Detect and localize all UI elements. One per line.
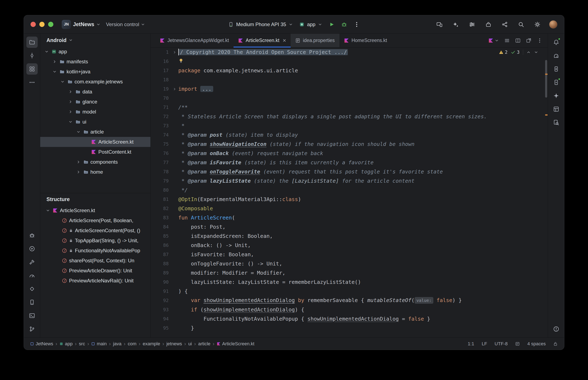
- code-line[interactable]: 81@OptIn(ExperimentalMaterial3Api::class…: [151, 195, 548, 204]
- code-line[interactable]: 84 post: Post,: [151, 222, 548, 231]
- code-line[interactable]: 85 isExpandedScreen: Boolean,: [151, 231, 548, 241]
- tab-jetnewsglanceappwidget-kt[interactable]: JetnewsGlanceAppWidget.kt: [155, 34, 234, 47]
- scrollbar-thumb[interactable]: [545, 60, 547, 98]
- structure-item-functionalitynotavailablepop[interactable]: fFunctionalityNotAvailablePop: [40, 246, 150, 256]
- ai-assistant-button[interactable]: [451, 20, 460, 29]
- code-line[interactable]: 73 *: [151, 121, 548, 130]
- notifications-button[interactable]: [550, 37, 562, 48]
- structure-item-articlescreen[interactable]: fArticleScreen(Post, Boolean,: [40, 215, 150, 226]
- code-line[interactable]: 88 onToggleFavorite: () -> Unit,: [151, 259, 548, 268]
- code-line[interactable]: 87 isFavorite: Boolean,: [151, 250, 548, 259]
- device-selector[interactable]: Medium Phone API 35: [228, 21, 293, 27]
- breadcrumb-item-jetnews[interactable]: JetNews: [30, 341, 53, 346]
- code-line[interactable]: 91) {: [151, 286, 548, 296]
- chevron-down-icon[interactable]: [52, 70, 60, 74]
- code-line[interactable]: 86 onBack: () -> Unit,: [151, 241, 548, 250]
- profiler-button[interactable]: [26, 270, 38, 281]
- tab-homescreens-kt[interactable]: HomeScreens.kt: [339, 34, 392, 47]
- run-configuration-selector[interactable]: app: [299, 21, 322, 27]
- warning-stripe-mark[interactable]: [545, 114, 547, 115]
- tab-idea-properties[interactable]: idea.properties: [291, 34, 339, 47]
- app-quality-insights-button[interactable]: [26, 230, 38, 241]
- fold-marker-icon[interactable]: ›: [171, 49, 178, 55]
- project-tree-item-manifests[interactable]: manifests: [40, 57, 150, 67]
- close-window-button[interactable]: [31, 22, 36, 27]
- structure-button[interactable]: [26, 63, 38, 75]
- lightbulb-icon[interactable]: [178, 58, 184, 63]
- code-line[interactable]: 70: [151, 94, 548, 103]
- tab-articlescreen-kt[interactable]: ArticleScreen.kt×: [234, 34, 291, 47]
- project-tree-item-components[interactable]: components: [40, 157, 150, 167]
- code-line[interactable]: 76 * @param onBack (event) request navig…: [151, 149, 548, 158]
- running-devices-button[interactable]: [550, 77, 562, 88]
- app-inspection-button[interactable]: [550, 117, 562, 128]
- breadcrumb-item-main[interactable]: main: [91, 341, 107, 346]
- project-tree-item-postcontent-kt[interactable]: PostContent.kt: [40, 147, 150, 157]
- close-tab-icon[interactable]: ×: [283, 38, 286, 43]
- split-editor-icon[interactable]: [515, 38, 521, 43]
- project-button[interactable]: [26, 37, 38, 48]
- code-line[interactable]: 89 modifier: Modifier = Modifier,: [151, 268, 548, 277]
- breadcrumb-item-articlescreen-kt[interactable]: ArticleScreen.kt: [217, 341, 254, 346]
- code-line[interactable]: 82@Composable: [151, 204, 548, 213]
- code-line[interactable]: 94 FunctionalityNotAvailablePopup { show…: [151, 314, 548, 323]
- project-tree-item-model[interactable]: model: [40, 107, 150, 117]
- code-editor[interactable]: 1›/ Copyright 2020 The Android Open Sour…: [151, 47, 548, 338]
- unlocked-icon[interactable]: [553, 342, 558, 346]
- run-button[interactable]: [26, 243, 38, 254]
- breadcrumb-item-article[interactable]: article: [198, 341, 210, 346]
- share-button[interactable]: [500, 20, 509, 29]
- project-tree-item-glance[interactable]: glance: [40, 97, 150, 107]
- structure-item-articlescreencontent[interactable]: fArticleScreenContent(Post, (): [40, 226, 150, 236]
- code-line[interactable]: 19›import ...: [151, 84, 548, 94]
- line-ending-widget[interactable]: LF: [482, 341, 487, 346]
- code-line[interactable]: 71/**: [151, 103, 548, 112]
- code-line[interactable]: 16: [151, 57, 548, 66]
- run-button[interactable]: [328, 21, 335, 28]
- settings-button[interactable]: [533, 20, 542, 29]
- chevron-right-icon[interactable]: [76, 170, 83, 174]
- fold-marker-icon[interactable]: ›: [171, 86, 178, 92]
- breadcrumb-item-example[interactable]: example: [143, 341, 160, 346]
- code-line[interactable]: 77 * @param isFavorite (state) is this i…: [151, 158, 548, 167]
- warning-stripe-mark[interactable]: [545, 74, 547, 75]
- coverage-button[interactable]: [26, 283, 38, 295]
- chevron-down-icon[interactable]: [60, 80, 67, 84]
- detach-editor-icon[interactable]: [526, 38, 531, 43]
- passed-indicator[interactable]: 3: [511, 50, 520, 55]
- vcs-widget[interactable]: Version control: [106, 21, 145, 27]
- structure-item-sharepost[interactable]: fsharePost(Post, Context): Un: [40, 256, 150, 266]
- minimize-window-button[interactable]: [39, 22, 44, 27]
- chevron-right-icon[interactable]: [76, 160, 83, 164]
- project-widget[interactable]: JN JetNews: [62, 20, 101, 29]
- caret-position-widget[interactable]: 1:1: [468, 341, 474, 346]
- project-tree-item-ui[interactable]: ui: [40, 117, 150, 127]
- code-line[interactable]: 83fun ArticleScreen(: [151, 213, 548, 222]
- project-tree-item-data[interactable]: data: [40, 87, 150, 97]
- code-line[interactable]: 17package com.example.jetnews.ui.article: [151, 66, 548, 75]
- more-actions-icon[interactable]: [353, 21, 360, 28]
- breadcrumb-item-com[interactable]: com: [128, 341, 136, 346]
- hidden-tabs-dropdown[interactable]: [488, 38, 499, 43]
- chevron-down-icon[interactable]: [44, 50, 51, 54]
- code-line[interactable]: 93 if (showUnimplementedActionDialog) {: [151, 305, 548, 314]
- project-tree-item-kotlin-java[interactable]: kotlin+java: [40, 67, 150, 77]
- gradle-button[interactable]: [550, 50, 562, 61]
- editor-scrollbar[interactable]: [545, 47, 548, 338]
- structure-item-previewarticledrawer[interactable]: fPreviewArticleDrawer(): Unit: [40, 266, 150, 276]
- project-view-selector[interactable]: Android: [40, 34, 150, 47]
- build-button[interactable]: [26, 256, 38, 268]
- code-line[interactable]: 1›/ Copyright 2020 The Android Open Sour…: [151, 47, 548, 57]
- zoom-window-button[interactable]: [48, 22, 53, 27]
- breadcrumb-item-jetnews[interactable]: jetnews: [166, 341, 182, 346]
- project-tree-item-home[interactable]: home: [40, 167, 150, 177]
- commit-button[interactable]: [26, 50, 38, 61]
- chevron-right-icon[interactable]: [68, 90, 75, 94]
- gemini-button[interactable]: [550, 90, 562, 101]
- debug-button[interactable]: [341, 21, 347, 28]
- problems-button[interactable]: [550, 323, 562, 335]
- inspections-widget[interactable]: 2 3: [498, 49, 539, 55]
- code-line[interactable]: 18: [151, 75, 548, 84]
- code-line[interactable]: 72 * Stateless Article Screen that displ…: [151, 112, 548, 121]
- chevron-right-icon[interactable]: [68, 110, 75, 114]
